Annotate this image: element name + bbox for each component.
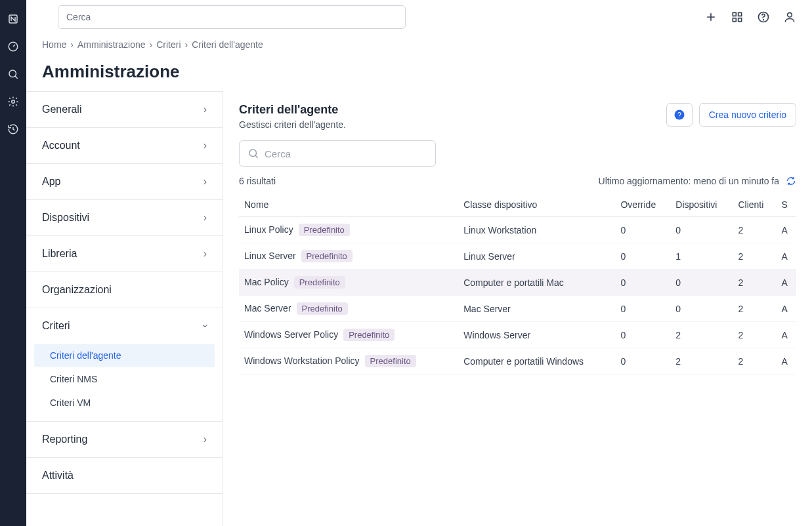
sidebar-item-reporting[interactable]: Reporting › bbox=[26, 422, 223, 458]
cell-override: 0 bbox=[615, 322, 670, 348]
breadcrumb-sep-icon: › bbox=[185, 39, 188, 50]
sidebar-item-attivita[interactable]: Attività bbox=[26, 458, 223, 494]
refresh-icon[interactable] bbox=[786, 176, 796, 186]
table-row[interactable]: Linux PolicyPredefinitoLinux Workstation… bbox=[239, 217, 796, 243]
table-row[interactable]: Windows Server PolicyPredefinitoWindows … bbox=[239, 322, 796, 348]
cell-device-class: Linux Server bbox=[458, 243, 615, 270]
cell-override: 0 bbox=[615, 217, 670, 243]
sidebar-item-label: Organizzazioni bbox=[42, 284, 112, 296]
cell-clients: 2 bbox=[733, 217, 776, 243]
sidebar-item-generali[interactable]: Generali › bbox=[26, 92, 223, 128]
cell-devices: 2 bbox=[670, 348, 733, 374]
sidebar-sub-criteri-vm[interactable]: Criteri VM bbox=[26, 391, 223, 415]
breadcrumb-admin[interactable]: Amministrazione bbox=[77, 39, 145, 50]
default-badge: Predefinito bbox=[297, 302, 348, 315]
cell-status: A bbox=[776, 322, 796, 348]
chevron-right-icon: › bbox=[203, 176, 207, 188]
cell-status: A bbox=[776, 348, 796, 374]
cell-name: Linux PolicyPredefinito bbox=[239, 217, 458, 243]
table-row[interactable]: Windows Workstation PolicyPredefinitoCom… bbox=[239, 348, 796, 374]
results-count: 6 risultati bbox=[239, 176, 276, 186]
svg-rect-7 bbox=[738, 18, 742, 22]
search-icon bbox=[247, 148, 259, 159]
cell-clients: 2 bbox=[733, 270, 776, 296]
sidebar-item-account[interactable]: Account › bbox=[26, 128, 223, 164]
cell-device-class: Mac Server bbox=[458, 296, 615, 322]
add-icon[interactable] bbox=[704, 10, 717, 24]
global-search-input[interactable] bbox=[58, 5, 406, 29]
cell-device-class: Linux Workstation bbox=[458, 217, 615, 243]
cell-clients: 2 bbox=[733, 243, 776, 270]
chevron-down-icon: › bbox=[199, 324, 211, 327]
default-badge: Predefinito bbox=[299, 224, 350, 236]
cell-override: 0 bbox=[615, 348, 670, 374]
sidebar-sub-criteri-agente[interactable]: Criteri dell'agente bbox=[34, 344, 215, 367]
cell-name: Linux ServerPredefinito bbox=[239, 243, 458, 270]
sidebar-item-organizzazioni[interactable]: Organizzazioni bbox=[26, 272, 223, 308]
cell-status: A bbox=[776, 217, 796, 243]
table-header-row: Nome Classe dispositivo Override Disposi… bbox=[239, 193, 796, 217]
th-device-class[interactable]: Classe dispositivo bbox=[458, 193, 615, 217]
default-badge: Predefinito bbox=[365, 355, 416, 367]
chevron-right-icon: › bbox=[203, 248, 207, 260]
chevron-right-icon: › bbox=[203, 212, 207, 224]
th-status[interactable]: S bbox=[776, 193, 796, 217]
history-icon[interactable] bbox=[7, 123, 19, 135]
cell-device-class: Computer e portatili Windows bbox=[458, 348, 615, 374]
left-rail bbox=[0, 0, 26, 526]
chevron-right-icon: › bbox=[203, 140, 207, 152]
table-row[interactable]: Mac ServerPredefinitoMac Server002A bbox=[239, 296, 796, 322]
dashboard-icon[interactable] bbox=[7, 41, 19, 52]
cell-clients: 2 bbox=[733, 348, 776, 374]
chevron-right-icon: › bbox=[203, 434, 207, 445]
sidebar-item-label: Attività bbox=[42, 470, 74, 481]
default-badge: Predefinito bbox=[343, 329, 395, 341]
help-icon[interactable] bbox=[757, 10, 770, 24]
svg-rect-6 bbox=[733, 18, 736, 22]
sidebar-item-dispositivi[interactable]: Dispositivi › bbox=[26, 200, 223, 236]
logo-icon[interactable] bbox=[7, 13, 19, 25]
apps-icon[interactable] bbox=[731, 10, 744, 24]
sidebar-item-label: App bbox=[42, 176, 60, 188]
chevron-right-icon: › bbox=[203, 104, 207, 115]
cell-override: 0 bbox=[615, 296, 670, 322]
cell-name: Windows Workstation PolicyPredefinito bbox=[239, 348, 458, 374]
sidebar-item-app[interactable]: App › bbox=[26, 164, 223, 200]
svg-rect-4 bbox=[733, 12, 736, 16]
svg-point-9 bbox=[763, 20, 764, 20]
help-button[interactable]: ? bbox=[666, 103, 693, 127]
table-row[interactable]: Mac PolicyPredefinitoComputer e portatil… bbox=[239, 270, 796, 296]
cell-name: Mac PolicyPredefinito bbox=[239, 270, 458, 296]
th-devices[interactable]: Dispositivi bbox=[670, 193, 733, 217]
svg-rect-5 bbox=[738, 12, 742, 16]
th-override[interactable]: Override bbox=[615, 193, 670, 217]
cell-clients: 2 bbox=[733, 322, 776, 348]
th-clients[interactable]: Clienti bbox=[733, 193, 776, 217]
breadcrumb-home[interactable]: Home bbox=[42, 39, 66, 50]
policy-table: Nome Classe dispositivo Override Disposi… bbox=[239, 193, 796, 374]
cell-status: A bbox=[776, 270, 796, 296]
filter-search[interactable] bbox=[239, 140, 436, 167]
table-row[interactable]: Linux ServerPredefinitoLinux Server012A bbox=[239, 243, 796, 270]
breadcrumb-current: Criteri dell'agente bbox=[192, 39, 263, 50]
search-icon[interactable] bbox=[7, 68, 19, 80]
svg-point-10 bbox=[788, 12, 792, 17]
cell-devices: 0 bbox=[670, 217, 733, 243]
cell-name: Mac ServerPredefinito bbox=[239, 296, 458, 322]
sidebar-sub-criteri-nms[interactable]: Criteri NMS bbox=[26, 367, 223, 391]
sidebar-item-label: Dispositivi bbox=[42, 212, 89, 224]
filter-search-input[interactable] bbox=[265, 148, 427, 159]
sidebar-item-libreria[interactable]: Libreria › bbox=[26, 236, 223, 272]
sidebar-item-criteri[interactable]: Criteri › bbox=[26, 308, 223, 344]
breadcrumb: Home › Amministrazione › Criteri › Crite… bbox=[42, 39, 796, 50]
sidebar-item-label: Libreria bbox=[42, 248, 77, 260]
page-title: Amministrazione bbox=[42, 62, 796, 82]
breadcrumb-criteria[interactable]: Criteri bbox=[156, 39, 181, 50]
gear-icon[interactable] bbox=[7, 96, 19, 108]
th-name[interactable]: Nome bbox=[239, 193, 458, 217]
breadcrumb-sep-icon: › bbox=[150, 39, 153, 50]
user-icon[interactable] bbox=[783, 10, 796, 24]
create-policy-button[interactable]: Crea nuovo criterio bbox=[699, 103, 796, 127]
svg-point-2 bbox=[9, 70, 16, 77]
svg-point-13 bbox=[249, 150, 257, 157]
